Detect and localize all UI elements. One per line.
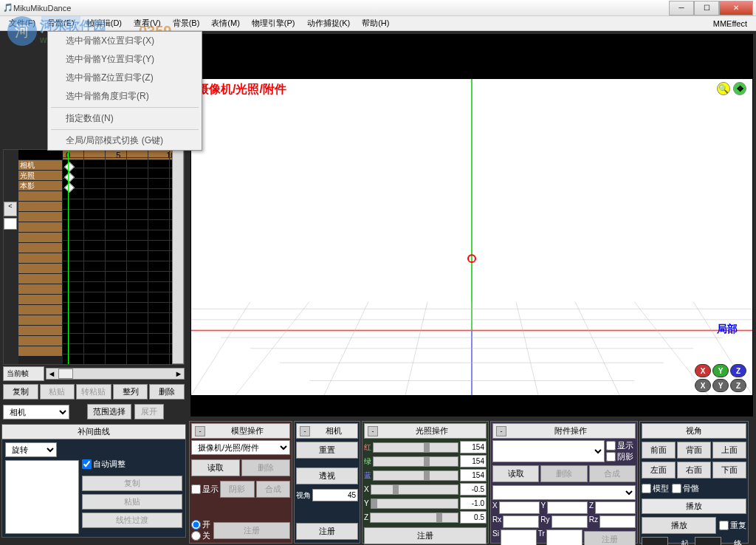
menu-bone-set-value[interactable]: 指定数值(N): [48, 109, 202, 128]
maximize-button[interactable]: ☐: [694, 1, 719, 16]
curve-canvas[interactable]: [5, 460, 79, 534]
light-y-input[interactable]: [460, 497, 487, 510]
model-merge-button[interactable]: 合成: [256, 481, 291, 498]
attach-rz-input[interactable]: [599, 515, 636, 528]
attach-x-input[interactable]: [499, 501, 540, 514]
menu-bone-reset-z[interactable]: 选中骨骼Z位置归零(Z): [48, 69, 202, 87]
tl-expand-button[interactable]: 展开: [134, 404, 164, 419]
menu-frame-edit[interactable]: 帧编辑(D): [80, 16, 128, 30]
track-light[interactable]: 光照: [18, 171, 63, 181]
attach-z-input[interactable]: [595, 501, 636, 514]
menu-background[interactable]: 背景(B): [167, 16, 206, 30]
attach-si-input[interactable]: [501, 529, 537, 545]
timeline-collapse-button[interactable]: <: [4, 202, 17, 216]
model-select[interactable]: 摄像机/光照/附件: [191, 440, 290, 455]
model-shadow-button[interactable]: 阴影: [220, 481, 255, 498]
tl-range-select-button[interactable]: 范围选择: [87, 404, 131, 419]
menu-bone-reset-angle[interactable]: 选中骨骼角度归零(R): [48, 87, 202, 106]
menu-help[interactable]: 帮助(H): [356, 16, 395, 30]
gizmo-zoom-icon[interactable]: 🔍: [717, 82, 730, 95]
tl-paste-button[interactable]: 粘贴: [40, 384, 75, 400]
attach-ry-input[interactable]: [551, 515, 588, 528]
menu-view[interactable]: 查看(V): [128, 16, 167, 30]
view-left-button[interactable]: 左面: [642, 462, 676, 479]
tl-column-button[interactable]: 整列: [113, 384, 148, 400]
tl-track-select[interactable]: 相机: [3, 405, 69, 419]
view-top-button[interactable]: 上面: [712, 442, 746, 459]
gizmo-rot-y[interactable]: Y: [712, 364, 729, 377]
light-r-input[interactable]: [460, 441, 487, 453]
attach-y-input[interactable]: [547, 501, 588, 514]
menu-bone[interactable]: 骨骼(E): [41, 16, 80, 30]
keyframe-icon[interactable]: [64, 172, 75, 182]
play-button[interactable]: 播放: [642, 517, 716, 534]
model-delete-button[interactable]: 删除: [241, 459, 290, 476]
curve-auto-checkbox[interactable]: 自动调整: [82, 459, 182, 470]
view-back-button[interactable]: 背面: [677, 442, 711, 459]
view-right-button[interactable]: 右面: [677, 462, 711, 479]
end-frame-input[interactable]: [695, 537, 721, 545]
attach-delete-button[interactable]: 删除: [540, 465, 587, 482]
track-camera[interactable]: 相机: [18, 160, 63, 171]
view-front-button[interactable]: 前面: [642, 442, 676, 459]
light-register-button[interactable]: 注册: [364, 527, 487, 544]
attach-select[interactable]: [492, 440, 605, 462]
light-b-slider[interactable]: [373, 470, 458, 481]
menu-mmeffect[interactable]: MMEffect: [713, 19, 753, 28]
light-g-slider[interactable]: [373, 456, 458, 467]
tl-rpaste-button[interactable]: 转粘贴: [76, 384, 111, 400]
attach-minimize-icon[interactable]: -: [496, 426, 506, 436]
model-show-checkbox[interactable]: 显示: [191, 484, 219, 495]
curve-paste-button[interactable]: 粘贴: [82, 494, 182, 510]
menu-physics[interactable]: 物理引擎(P): [246, 16, 301, 30]
attach-rx-input[interactable]: [503, 515, 539, 528]
model-off-radio[interactable]: 关: [191, 530, 210, 541]
view-model-checkbox[interactable]: 模型: [642, 483, 669, 494]
model-load-button[interactable]: 读取: [191, 459, 240, 476]
light-x-slider[interactable]: [371, 484, 458, 495]
menu-bone-reset-x[interactable]: 选中骨骼X位置归零(X): [48, 32, 202, 50]
track-shadow[interactable]: 本影: [18, 181, 63, 191]
light-minimize-icon[interactable]: -: [368, 426, 378, 436]
camera-register-button[interactable]: 注册: [296, 523, 358, 540]
curve-type-select[interactable]: 旋转: [5, 442, 57, 457]
viewport-3d[interactable]: 摄像机/光照/附件 局部 🔍 ✥ XYZ XYZ 中心 X :0.000Y:10…: [190, 34, 753, 417]
attach-merge-button[interactable]: 合成: [589, 465, 636, 482]
model-on-radio[interactable]: 开: [191, 519, 210, 530]
light-z-input[interactable]: [460, 511, 487, 524]
gizmo-pan-icon[interactable]: ✥: [733, 82, 746, 95]
model-register-button[interactable]: 注册: [213, 522, 290, 539]
menu-bone-reset-y[interactable]: 选中骨骼Y位置归零(Y): [48, 50, 202, 69]
tl-copy-button[interactable]: 复制: [3, 384, 38, 400]
curve-linear-button[interactable]: 线性过渡: [82, 513, 182, 528]
view-bone-checkbox[interactable]: 骨骼: [672, 483, 699, 494]
light-b-input[interactable]: [460, 469, 487, 481]
light-r-slider[interactable]: [373, 442, 458, 453]
keyframe-icon[interactable]: [64, 162, 75, 172]
model-minimize-icon[interactable]: -: [195, 426, 205, 436]
attach-shadow-checkbox[interactable]: 阴影: [606, 451, 636, 462]
view-bottom-button[interactable]: 下面: [712, 462, 746, 479]
menu-bone-toggle-mode[interactable]: 全局/局部模式切换 (G键): [48, 131, 202, 150]
timeline-grid[interactable]: 0510: [63, 150, 172, 364]
attach-tr-input[interactable]: [546, 529, 583, 545]
menu-mocap[interactable]: 动作捕捉(K): [301, 16, 357, 30]
attach-load-button[interactable]: 读取: [492, 465, 539, 482]
start-frame-input[interactable]: [642, 537, 668, 545]
camera-persp-button[interactable]: 透视: [296, 467, 358, 484]
gizmo-rot-z[interactable]: Z: [730, 364, 746, 377]
end-checkbox[interactable]: 终点帧: [723, 538, 746, 545]
gizmo-move-z[interactable]: Z: [730, 379, 746, 392]
tl-delete-button[interactable]: 删除: [149, 384, 185, 400]
camera-angle-input[interactable]: [312, 489, 358, 501]
camera-minimize-icon[interactable]: -: [300, 426, 310, 436]
camera-reset-button[interactable]: 重置: [296, 442, 358, 459]
timeline-hscroll[interactable]: ◄►: [46, 368, 185, 380]
menu-expression[interactable]: 表情(M): [205, 16, 246, 30]
attach-show-checkbox[interactable]: 显示: [606, 440, 636, 451]
repeat-checkbox[interactable]: 重复: [719, 517, 746, 534]
timeline-vscroll[interactable]: [172, 150, 184, 364]
close-button[interactable]: ✕: [719, 1, 753, 16]
attach-target-select[interactable]: [492, 485, 636, 500]
gizmo-move-y[interactable]: Y: [712, 379, 729, 392]
